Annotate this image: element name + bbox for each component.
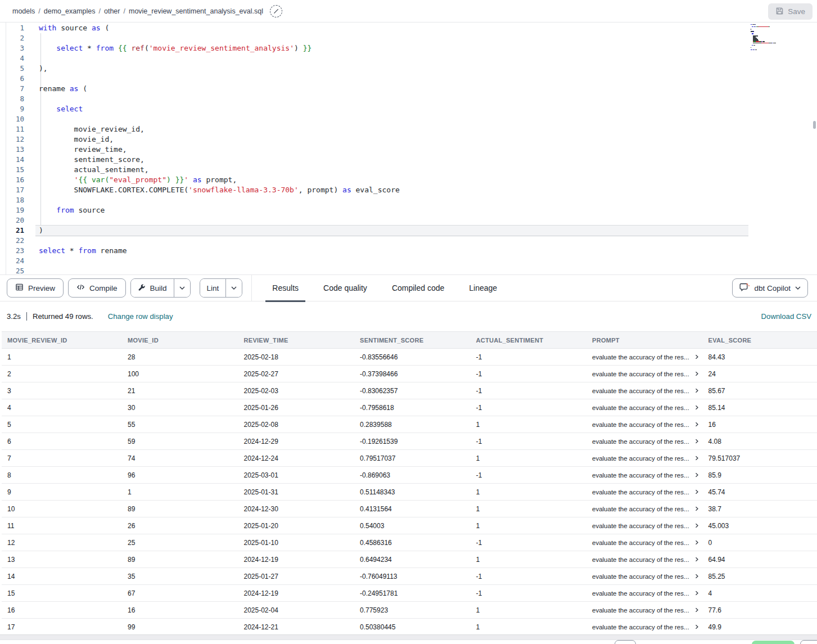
code-brackets-icon [76, 283, 85, 293]
cell-actual_sentiment: -1 [471, 573, 587, 580]
tab-results[interactable]: Results [265, 274, 305, 301]
code-line[interactable]: 21) [6, 226, 817, 236]
compile-button[interactable]: Compile [68, 278, 126, 298]
code-line[interactable]: 7rename as ( [6, 84, 817, 94]
lint-button[interactable]: Lint [200, 279, 226, 297]
prompt-preview-text: evaluate the accuracy of the res... [592, 506, 689, 512]
build-button[interactable]: Build [131, 279, 174, 297]
code-editor[interactable]: 1with source as (23 select * from {{ ref… [6, 22, 817, 274]
code-line[interactable]: 8 [6, 94, 817, 104]
cell-actual_sentiment: 1 [471, 606, 587, 614]
expand-prompt-button[interactable] [694, 439, 699, 444]
build-dropdown-chevron[interactable] [174, 279, 190, 297]
code-line[interactable]: 20 [6, 215, 817, 226]
code-line[interactable]: 5), [6, 64, 817, 74]
expand-prompt-button[interactable] [694, 371, 699, 376]
expand-prompt-button[interactable] [694, 574, 699, 579]
table-row: 10892024-12-300.41315641evaluate the acc… [2, 501, 817, 517]
code-line[interactable]: 2 [6, 33, 817, 43]
expand-prompt-button[interactable] [694, 354, 699, 359]
preview-button[interactable]: Preview [7, 278, 64, 298]
tab-code-quality[interactable]: Code quality [317, 274, 374, 301]
code-line[interactable]: 25 [6, 266, 817, 274]
line-number: 17 [6, 185, 24, 195]
code-line[interactable]: 11 movie_review_id, [6, 124, 817, 134]
code-line[interactable]: 9 select [6, 104, 817, 114]
tab-lineage[interactable]: Lineage [462, 274, 504, 301]
expand-prompt-button[interactable] [694, 422, 699, 427]
cell-actual_sentiment: -1 [471, 353, 587, 361]
code-line[interactable]: 3 select * from {{ ref('movie_review_sen… [6, 43, 817, 53]
code-line[interactable]: 15 actual_sentiment, [6, 165, 817, 175]
save-button[interactable]: Save [768, 3, 813, 20]
code-minimap[interactable] [751, 24, 805, 53]
expand-prompt-button[interactable] [694, 607, 699, 613]
breadcrumb-item[interactable]: movie_review_sentiment_analysis_eval.sql [129, 7, 263, 15]
format-file-icon[interactable] [270, 5, 282, 17]
breadcrumb-item[interactable]: demo_examples [44, 7, 96, 15]
expand-prompt-button[interactable] [694, 557, 699, 562]
column-header-movie_id: MOVIE_ID [122, 337, 238, 344]
code-line[interactable]: 4 [6, 53, 817, 64]
column-header-eval_score: EVAL_SCORE [703, 337, 817, 344]
code-line[interactable]: 23select * from rename [6, 246, 817, 256]
line-number: 13 [6, 145, 24, 155]
cell-actual_sentiment: -1 [471, 589, 587, 597]
line-number: 22 [6, 236, 24, 246]
expand-prompt-button[interactable] [694, 489, 699, 494]
code-line[interactable]: 24 [6, 256, 817, 266]
code-line-text [35, 53, 748, 64]
expand-prompt-button[interactable] [694, 624, 699, 629]
breadcrumb-item[interactable]: models [12, 7, 35, 15]
expand-prompt-button[interactable] [694, 523, 699, 528]
code-line[interactable]: 13 review_time, [6, 145, 817, 155]
change-row-display-link[interactable]: Change row display [108, 312, 173, 321]
bottom-green-pill[interactable] [752, 641, 795, 644]
download-csv-link[interactable]: Download CSV [761, 312, 811, 321]
tab-compiled-code[interactable]: Compiled code [385, 274, 451, 301]
cell-sentiment_score: 0.775923 [354, 606, 471, 614]
wrench-icon [138, 283, 146, 293]
cell-sentiment_score: -0.37398466 [354, 370, 471, 378]
expand-prompt-button[interactable] [694, 405, 699, 410]
code-line[interactable]: 10 [6, 114, 817, 124]
code-line[interactable]: 16 '{{ var("eval_prompt") }}' as prompt, [6, 175, 817, 185]
column-header-review_time: REVIEW_TIME [238, 337, 355, 344]
expand-prompt-button[interactable] [694, 388, 699, 393]
code-line[interactable]: 12 movie_id, [6, 134, 817, 145]
code-line[interactable]: 19 from source [6, 205, 817, 215]
cell-eval_score: 16 [703, 421, 817, 429]
cell-eval_score: 85.14 [703, 404, 817, 412]
dbt-copilot-button[interactable]: dbt Copilot [732, 278, 808, 298]
cell-movie_id: 59 [122, 438, 238, 445]
table-header-row: MOVIE_REVIEW_IDMOVIE_IDREVIEW_TIMESENTIM… [2, 332, 817, 349]
code-line-text: sentiment_score, [35, 155, 748, 165]
code-line-text: rename as ( [35, 84, 748, 94]
cell-review_time: 2025-02-08 [238, 421, 355, 429]
cell-review_time: 2025-02-04 [238, 606, 355, 614]
expand-prompt-button[interactable] [694, 591, 699, 596]
copilot-label: dbt Copilot [754, 284, 791, 292]
expand-prompt-button[interactable] [694, 540, 699, 545]
expand-prompt-button[interactable] [694, 506, 699, 511]
code-line[interactable]: 6 [6, 74, 817, 84]
cell-eval_score: 45.74 [703, 488, 817, 496]
bottom-partial-button-right[interactable] [800, 640, 817, 644]
code-line[interactable]: 17 SNOWFLAKE.CORTEX.COMPLETE('snowflake-… [6, 185, 817, 195]
code-line[interactable]: 1with source as ( [6, 23, 817, 33]
breadcrumb-separator: / [38, 7, 40, 15]
cell-eval_score: 64.94 [703, 556, 817, 564]
bottom-partial-button[interactable] [615, 640, 636, 644]
cell-movie_id: 26 [122, 522, 238, 530]
expand-prompt-button[interactable] [694, 472, 699, 478]
editor-scrollbar[interactable] [813, 121, 816, 129]
horizontal-scrollbar[interactable] [0, 634, 817, 640]
expand-prompt-button[interactable] [694, 456, 699, 461]
code-line[interactable]: 22 [6, 236, 817, 246]
cell-eval_score: 24 [703, 370, 817, 378]
code-line[interactable]: 18 [6, 195, 817, 205]
breadcrumb-item[interactable]: other [104, 7, 120, 15]
code-line[interactable]: 14 sentiment_score, [6, 155, 817, 165]
lint-dropdown-chevron[interactable] [225, 279, 242, 297]
prompt-preview-text: evaluate the accuracy of the res... [592, 489, 689, 496]
